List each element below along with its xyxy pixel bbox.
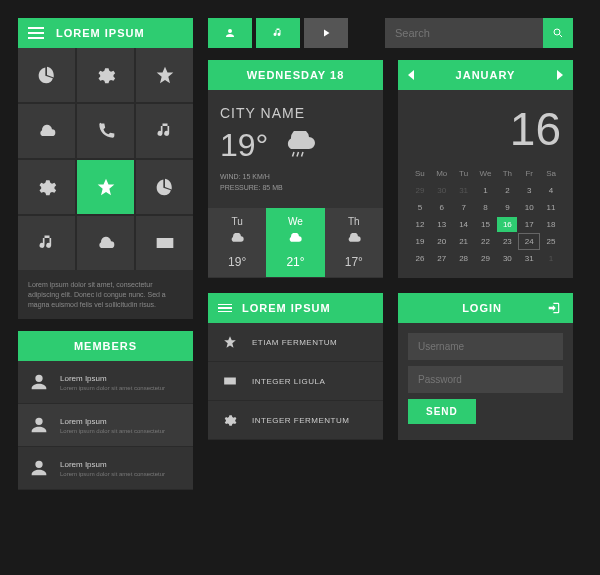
music-button[interactable] — [256, 18, 300, 48]
menu-header: LOREM IPSUM — [208, 293, 383, 323]
calendar-day[interactable]: 20 — [432, 234, 452, 249]
calendar-day[interactable]: 19 — [410, 234, 430, 249]
calendar-day[interactable]: 1 — [541, 251, 561, 266]
calendar-day[interactable]: 25 — [541, 234, 561, 249]
calendar-day[interactable]: 12 — [410, 217, 430, 232]
calendar-day[interactable]: 13 — [432, 217, 452, 232]
prev-month-icon[interactable] — [408, 70, 414, 80]
calendar-day[interactable]: 6 — [432, 200, 452, 215]
calendar-day[interactable]: 16 — [497, 217, 517, 232]
gear-icon-2[interactable] — [18, 160, 75, 214]
phone-icon[interactable] — [77, 104, 134, 158]
calendar-day[interactable]: 30 — [432, 183, 452, 198]
rain-cloud-icon — [280, 131, 320, 161]
password-input[interactable] — [408, 366, 563, 393]
calendar-day[interactable]: 8 — [476, 200, 496, 215]
calendar-day[interactable]: 4 — [541, 183, 561, 198]
temperature: 19° — [220, 127, 268, 164]
login-arrow-icon — [547, 301, 561, 315]
calendar-day[interactable]: 3 — [519, 183, 539, 198]
member-row[interactable]: Lorem IpsumLorem ipsum dolor sit amet co… — [18, 361, 193, 404]
calendar-day[interactable]: 2 — [497, 183, 517, 198]
search-input[interactable] — [385, 18, 543, 48]
send-button[interactable]: SEND — [408, 399, 476, 424]
menu-item[interactable]: INTEGER LIGULA — [208, 362, 383, 401]
dow-label: Th — [497, 166, 517, 181]
members-header: MEMBERS — [18, 331, 193, 361]
cloud-icon-2[interactable] — [77, 216, 134, 270]
calendar-day[interactable]: 24 — [519, 234, 539, 249]
menu-item[interactable]: ETIAM FERMENTUM — [208, 323, 383, 362]
calendar-day[interactable]: 29 — [476, 251, 496, 266]
description: Lorem ipsum dolor sit amet, consectetur … — [18, 270, 193, 319]
star-icon[interactable] — [136, 48, 193, 102]
menu-item[interactable]: INTEGER FERMENTUM — [208, 401, 383, 440]
music-icon[interactable] — [136, 104, 193, 158]
next-month-icon[interactable] — [557, 70, 563, 80]
calendar-day[interactable]: 5 — [410, 200, 430, 215]
login-header: x LOGIN — [398, 293, 573, 323]
calendar-day[interactable]: 26 — [410, 251, 430, 266]
gear-icon[interactable] — [77, 48, 134, 102]
members-card: MEMBERS Lorem IpsumLorem ipsum dolor sit… — [18, 331, 193, 490]
calendar-day[interactable]: 18 — [541, 217, 561, 232]
calendar-day[interactable]: 28 — [454, 251, 474, 266]
big-date: 16 — [410, 102, 561, 156]
app-header: LOREM IPSUM — [18, 18, 193, 48]
calendar-day[interactable]: 15 — [476, 217, 496, 232]
app-title: LOREM IPSUM — [56, 27, 145, 39]
user-button[interactable] — [208, 18, 252, 48]
dow-label: Tu — [454, 166, 474, 181]
calendar-day[interactable]: 14 — [454, 217, 474, 232]
svg-point-0 — [554, 29, 560, 35]
dow-label: We — [476, 166, 496, 181]
month-label: JANUARY — [456, 69, 516, 81]
calendar-day[interactable]: 9 — [497, 200, 517, 215]
calendar-day[interactable]: 27 — [432, 251, 452, 266]
member-row[interactable]: Lorem IpsumLorem ipsum dolor sit amet co… — [18, 447, 193, 490]
avatar-icon — [28, 414, 50, 436]
cloud-icon[interactable] — [18, 104, 75, 158]
username-input[interactable] — [408, 333, 563, 360]
forecast-day[interactable]: Th17° — [325, 208, 383, 277]
weather-card: WEDNESDAY 18 CITY NAME 19° WIND: 15 KM/H… — [208, 60, 383, 278]
calendar-day[interactable]: 17 — [519, 217, 539, 232]
forecast-day[interactable]: Tu19° — [208, 208, 266, 277]
dow-label: Sa — [541, 166, 561, 181]
menu-hamburger-icon[interactable] — [218, 304, 232, 313]
calendar-day[interactable]: 31 — [454, 183, 474, 198]
dow-label: Su — [410, 166, 430, 181]
icon-grid — [18, 48, 193, 270]
music-icon-2[interactable] — [18, 216, 75, 270]
avatar-icon — [28, 371, 50, 393]
mail-icon[interactable] — [136, 216, 193, 270]
city-name: CITY NAME — [220, 105, 371, 121]
weather-details: WIND: 15 KM/H PRESSURE: 85 MB — [220, 172, 371, 193]
calendar-day[interactable]: 30 — [497, 251, 517, 266]
member-row[interactable]: Lorem IpsumLorem ipsum dolor sit amet co… — [18, 404, 193, 447]
calendar-day[interactable]: 7 — [454, 200, 474, 215]
dow-label: Fr — [519, 166, 539, 181]
calendar-day[interactable]: 1 — [476, 183, 496, 198]
menu-card: LOREM IPSUM ETIAM FERMENTUMINTEGER LIGUL… — [208, 293, 383, 440]
avatar-icon — [28, 457, 50, 479]
pie-chart-icon-2[interactable] — [136, 160, 193, 214]
search-button[interactable] — [543, 18, 573, 48]
calendar-day[interactable]: 10 — [519, 200, 539, 215]
dow-label: Mo — [432, 166, 452, 181]
calendar-header: JANUARY — [398, 60, 573, 90]
login-card: x LOGIN SEND — [398, 293, 573, 440]
calendar-card: JANUARY 16 SuMoTuWeThFrSa293031123456789… — [398, 60, 573, 278]
calendar-day[interactable]: 29 — [410, 183, 430, 198]
forecast-day[interactable]: We21° — [266, 208, 324, 277]
calendar-day[interactable]: 31 — [519, 251, 539, 266]
play-button[interactable] — [304, 18, 348, 48]
weather-date: WEDNESDAY 18 — [208, 60, 383, 90]
calendar-day[interactable]: 23 — [497, 234, 517, 249]
menu-icon[interactable] — [28, 27, 44, 39]
calendar-day[interactable]: 11 — [541, 200, 561, 215]
calendar-day[interactable]: 22 — [476, 234, 496, 249]
star-icon-active[interactable] — [77, 160, 134, 214]
pie-chart-icon[interactable] — [18, 48, 75, 102]
calendar-day[interactable]: 21 — [454, 234, 474, 249]
